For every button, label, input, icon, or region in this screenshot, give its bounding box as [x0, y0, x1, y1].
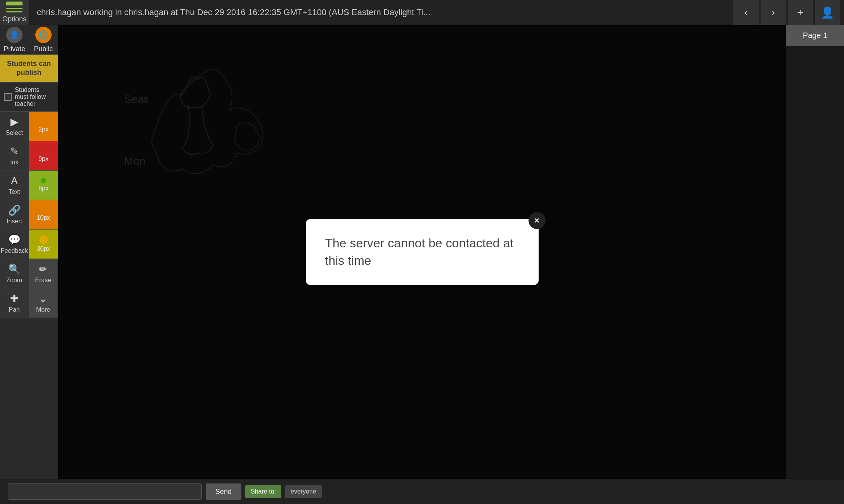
- ink-size-button[interactable]: 9px: [29, 141, 58, 170]
- page-label: Page 1: [803, 31, 827, 40]
- left-sidebar: 👤 Private 🌐 Public Students can publish …: [0, 25, 58, 504]
- private-button[interactable]: 👤 Private: [0, 25, 29, 54]
- pan-tool-button[interactable]: ✚ Pan: [0, 288, 29, 318]
- feedback-label: Feedback: [1, 247, 28, 254]
- students-follow-checkbox[interactable]: [4, 93, 12, 101]
- text-icon: A: [11, 175, 17, 187]
- ink-label: Ink: [10, 159, 18, 166]
- tool-row-feedback: 💬 Feedback 30px: [0, 230, 58, 259]
- students-follow-row[interactable]: Students must follow teacher: [0, 83, 58, 112]
- pan-icon: ✚: [10, 293, 19, 305]
- tool-row-text: A Text 8px: [0, 171, 58, 200]
- select-size-dot: [41, 119, 46, 124]
- nav-user-button[interactable]: 👤: [815, 0, 840, 25]
- options-label: Options: [2, 15, 26, 23]
- select-size-label: 2px: [38, 126, 49, 133]
- options-icon-bar2: [6, 8, 23, 9]
- ink-tool-button[interactable]: ✎ Ink: [0, 141, 29, 170]
- bottom-bar: Send Share to: everyone: [0, 479, 844, 504]
- tool-row-ink: ✎ Ink 9px: [0, 141, 58, 171]
- zoom-label: Zoom: [6, 277, 22, 284]
- tool-row-zoom: 🔍 Zoom ✏ Erase: [0, 259, 58, 288]
- options-button[interactable]: Options: [0, 0, 29, 25]
- private-label: Private: [3, 45, 25, 53]
- ink-size-dot: [41, 148, 46, 154]
- page-thumbnail[interactable]: ✓: [786, 46, 844, 504]
- top-bar: Options chris.hagan working in chris.hag…: [0, 0, 844, 25]
- insert-size-button[interactable]: 10px: [29, 200, 58, 229]
- insert-size-dot: [41, 207, 46, 213]
- pan-label: Pan: [9, 306, 20, 313]
- options-icon-bar3: [6, 11, 23, 12]
- nav-add-button[interactable]: +: [788, 0, 813, 25]
- tool-row-insert: 🔗 Insert 10px: [0, 200, 58, 230]
- ink-icon: ✎: [10, 145, 19, 157]
- right-sidebar: Page 1 ✓: [786, 25, 844, 504]
- nav-buttons: ‹ › + 👤: [733, 0, 844, 25]
- text-label: Text: [9, 188, 20, 195]
- zoom-tool-button[interactable]: 🔍 Zoom: [0, 259, 29, 288]
- send-button[interactable]: Send: [206, 483, 241, 500]
- feedback-size-label: 30px: [37, 245, 50, 252]
- public-label: Public: [34, 45, 53, 53]
- page-indicator: Page 1: [786, 25, 844, 46]
- erase-tool-button[interactable]: ✏ Erase: [29, 259, 58, 288]
- public-button[interactable]: 🌐 Public: [29, 25, 58, 54]
- feedback-tool-button[interactable]: 💬 Feedback: [0, 230, 29, 259]
- text-size-label: 8px: [38, 185, 49, 192]
- text-size-button[interactable]: 8px: [29, 171, 58, 200]
- text-size-dot: [41, 178, 46, 183]
- select-size-button[interactable]: 2px: [29, 112, 58, 141]
- nav-back-button[interactable]: ‹: [733, 0, 759, 25]
- feedback-size-button[interactable]: 30px: [29, 230, 58, 259]
- public-icon: 🌐: [35, 27, 52, 43]
- text-tool-button[interactable]: A Text: [0, 171, 29, 200]
- feedback-size-dot: [39, 235, 48, 244]
- share-target-label: everyone: [285, 485, 322, 498]
- select-tool-button[interactable]: ▶ Select: [0, 112, 29, 141]
- share-to-label: Share to:: [245, 485, 281, 498]
- insert-label: Insert: [7, 218, 22, 225]
- students-follow-label: Students must follow teacher: [15, 86, 54, 107]
- students-publish-button[interactable]: Students can publish: [0, 55, 58, 83]
- pub-priv-row: 👤 Private 🌐 Public: [0, 25, 58, 55]
- insert-tool-button[interactable]: 🔗 Insert: [0, 200, 29, 229]
- chat-input[interactable]: [8, 483, 202, 500]
- students-publish-label: Students can publish: [7, 60, 51, 76]
- select-label: Select: [6, 129, 23, 136]
- more-icon: ⌄: [39, 293, 47, 305]
- private-icon: 👤: [6, 27, 23, 43]
- more-tool-button[interactable]: ⌄ More: [29, 288, 58, 318]
- modal-message: The server cannot be contacted at this t…: [325, 235, 519, 269]
- modal-close-button[interactable]: ×: [529, 212, 546, 229]
- ink-size-label: 9px: [38, 155, 49, 162]
- session-title: chris.hagan working in chris.hagan at Th…: [29, 7, 733, 17]
- modal-overlay: × The server cannot be contacted at this…: [58, 25, 786, 479]
- nav-forward-button[interactable]: ›: [761, 0, 786, 25]
- tool-row-pan: ✚ Pan ⌄ More: [0, 288, 58, 318]
- erase-icon: ✏: [39, 263, 47, 275]
- erase-label: Erase: [35, 277, 51, 284]
- feedback-icon: 💬: [8, 234, 21, 246]
- zoom-icon: 🔍: [8, 263, 21, 275]
- modal-dialog: × The server cannot be contacted at this…: [306, 219, 539, 285]
- more-label: More: [36, 306, 50, 313]
- insert-icon: 🔗: [8, 204, 21, 216]
- tool-row-select: ▶ Select 2px: [0, 112, 58, 141]
- select-icon: ▶: [10, 116, 18, 128]
- options-icon-bar1: [6, 2, 23, 5]
- insert-size-label: 10px: [37, 214, 50, 221]
